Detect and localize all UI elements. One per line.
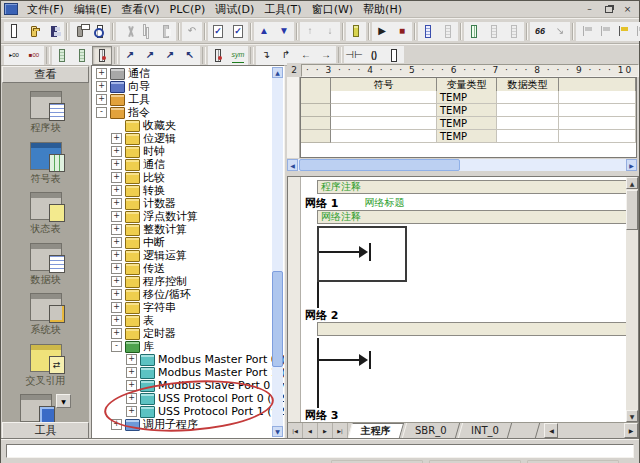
expand-icon[interactable]: + [111, 276, 122, 287]
symbol-table-toggle-button[interactable] [208, 46, 228, 65]
view-bar-header[interactable]: 查看 [2, 66, 89, 83]
tree-item-row[interactable]: +逻辑运算 [93, 249, 272, 262]
expand-icon[interactable]: + [126, 406, 137, 417]
expand-icon[interactable]: + [111, 302, 122, 313]
compile-all-button[interactable]: ✓ [228, 22, 248, 41]
insert-box-button[interactable] [384, 46, 404, 65]
expand-icon[interactable]: + [111, 315, 122, 326]
tree-item-tools[interactable]: +工具 [93, 93, 272, 106]
scroll-left-icon[interactable]: ◀ [287, 159, 298, 171]
tree-item-row[interactable]: +比较 [93, 171, 272, 184]
sidebar-item-cross-reference[interactable]: 交叉引用 [6, 344, 86, 395]
cell-data_type[interactable] [497, 91, 559, 104]
cell-var_type[interactable]: TEMP [437, 130, 497, 143]
cell-symbol[interactable] [331, 104, 437, 117]
tree-item-row[interactable]: +时钟 [93, 145, 272, 158]
tab-nav-button-1[interactable]: |◀ [288, 423, 303, 438]
expand-icon[interactable]: + [111, 159, 122, 170]
expand-icon[interactable]: + [126, 367, 137, 378]
symbolic-addressing-button[interactable]: sym [228, 46, 248, 65]
expand-icon[interactable]: + [96, 94, 107, 105]
scroll-down-icon[interactable]: ▼ [272, 426, 283, 437]
tree-item-row[interactable]: +整数计算 [93, 223, 272, 236]
status-monitor-button[interactable]: 66 [530, 22, 550, 41]
table-scrollbar-thumb[interactable] [299, 159, 460, 171]
tree-item-row[interactable]: +转换 [93, 184, 272, 197]
scroll-down-icon[interactable]: ▼ [626, 410, 638, 422]
ladder-rung[interactable] [317, 226, 634, 308]
open-file-button[interactable] [24, 22, 44, 41]
tab-nav-button-2[interactable]: ◀ [303, 423, 318, 438]
tree-scrollbar[interactable]: ▲ ▼ [272, 67, 283, 437]
tools-bar-header[interactable]: 工具 [2, 422, 89, 439]
bookmark-toggle-button[interactable] [576, 22, 594, 41]
expand-icon[interactable]: + [111, 172, 122, 183]
bookmark-clear-button[interactable] [630, 22, 640, 41]
menu-item-5[interactable]: 调试(D) [210, 3, 259, 16]
row-selector[interactable] [301, 117, 331, 130]
expand-icon[interactable]: + [111, 237, 122, 248]
view-fbd-button[interactable] [72, 46, 92, 65]
view-lad-button[interactable] [52, 46, 72, 65]
cell-var_type[interactable]: TEMP [437, 104, 497, 117]
collapse-icon[interactable]: - [96, 107, 107, 118]
cell-extra[interactable] [559, 130, 636, 143]
restore-button[interactable] [600, 2, 617, 16]
menu-item-8[interactable]: 帮助(H) [358, 3, 407, 16]
row-selector[interactable] [301, 91, 331, 104]
table-horizontal-scrollbar[interactable]: ◀ ▶ [287, 159, 637, 171]
upload-button[interactable]: ▲ [254, 22, 274, 41]
expand-icon[interactable]: + [111, 185, 122, 196]
view-stl-button[interactable] [92, 46, 112, 65]
write-all-button[interactable] [504, 22, 524, 41]
sidebar-item-communications[interactable]: ▼ [20, 394, 71, 422]
network-comment[interactable]: 网络注释 [317, 210, 634, 224]
menu-item-4[interactable]: PLC(P) [165, 3, 211, 16]
edit-tool-1-button[interactable]: ↗ [120, 46, 140, 65]
tab-SBR_0[interactable]: SBR_0 [402, 423, 460, 438]
sort-descending-button[interactable]: ↓ [320, 22, 340, 41]
bookmark-set-button[interactable] [612, 22, 630, 41]
expand-icon[interactable]: + [111, 198, 122, 209]
row-selector[interactable] [301, 104, 331, 117]
cell-data_type[interactable] [497, 130, 559, 143]
cell-symbol[interactable] [331, 91, 437, 104]
undo-button[interactable]: ↶ [182, 22, 202, 41]
scroll-right-icon[interactable]: ▶ [626, 159, 637, 171]
save-button[interactable] [44, 22, 64, 41]
cell-symbol[interactable] [331, 117, 437, 130]
line-up-button[interactable]: ↱ [276, 46, 296, 65]
tree-item-row[interactable]: +Modbus Master Port 0 (v1.2) [93, 353, 272, 366]
cell-data_type[interactable] [497, 117, 559, 130]
minimize-button[interactable]: – [581, 2, 598, 16]
cell-extra[interactable] [559, 104, 636, 117]
menu-item-6[interactable]: 工具(T) [259, 3, 306, 16]
tree-item-row[interactable]: +表 [93, 314, 272, 327]
expand-icon[interactable]: + [96, 68, 107, 79]
cell-data_type[interactable] [497, 104, 559, 117]
download-button[interactable]: ▼ [274, 22, 294, 41]
program-comment[interactable]: 程序注释 [317, 180, 634, 194]
cell-extra[interactable] [559, 91, 636, 104]
sidebar-item-status-chart[interactable]: 状态表 [6, 192, 86, 243]
tree-item-row[interactable]: +定时器 [93, 327, 272, 340]
paste-button[interactable] [156, 22, 176, 41]
edit-tool-2-button[interactable]: ↗ [140, 46, 160, 65]
bookmark-next-button[interactable] [594, 22, 612, 41]
sort-ascending-button[interactable]: ↑ [300, 22, 320, 41]
sidebar-item-symbol-table[interactable]: 符号表 [6, 142, 86, 193]
network-comment[interactable] [317, 322, 634, 336]
expand-icon[interactable]: + [126, 380, 137, 391]
force-button[interactable]: ↘ [550, 22, 570, 41]
new-file-button[interactable] [4, 22, 24, 41]
editor-content[interactable]: 程序注释网络 1网络标题网络注释网络 2网络 3 [301, 177, 638, 422]
menu-item-3[interactable]: 查看(V) [116, 3, 164, 16]
insert-contact-button[interactable]: ⊣⊢ [344, 46, 364, 65]
tab-INT_0[interactable]: INT_0 [457, 423, 511, 438]
edit-tool-3-button[interactable]: ↗ [160, 46, 180, 65]
line-down-button[interactable]: ↴ [256, 46, 276, 65]
editor-scrollbar-thumb[interactable] [626, 190, 638, 230]
line-right-button[interactable]: → [316, 46, 336, 65]
network-title[interactable]: 网络标题 [364, 196, 404, 210]
expand-icon[interactable]: + [111, 419, 122, 430]
